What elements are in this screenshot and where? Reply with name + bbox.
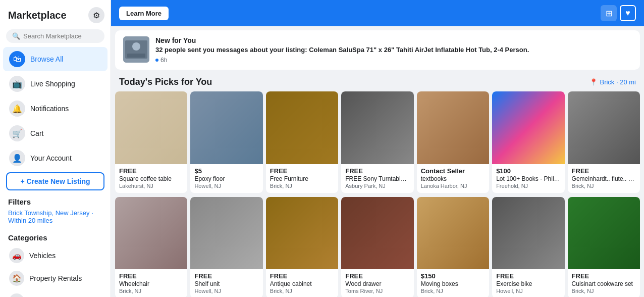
- nfy-title: New for You: [155, 36, 529, 44]
- product-card-r2-2[interactable]: FREE Antique cabinet Brick, NJ: [266, 197, 338, 297]
- product-price-r2-6: FREE: [572, 272, 636, 280]
- gear-icon: ⚙: [93, 11, 100, 20]
- svg-rect-3: [127, 54, 145, 58]
- filter-value[interactable]: Brick Township, New Jersey · Within 20 m…: [0, 208, 111, 228]
- product-price-4: Contact Seller: [421, 167, 485, 175]
- product-card-r2-6[interactable]: FREE Cuisinart cookware set Brick, NJ: [568, 197, 640, 297]
- product-card-6[interactable]: FREE Gemeinhardt.. flute.. make me an of…: [568, 91, 640, 192]
- product-name-5: Lot 100+ Books - Philosophy, LGBQ, Healt…: [496, 175, 560, 182]
- category-apparel[interactable]: 👕 Apparel: [3, 290, 108, 297]
- product-card-1[interactable]: $5 Epoxy floor Howell, NJ: [190, 91, 262, 192]
- banner-grid-icon[interactable]: ⊞: [601, 5, 617, 21]
- sidebar-item-browse-all[interactable]: 🛍 Browse All: [3, 47, 108, 71]
- category-vehicles[interactable]: 🚗 Vehicles: [3, 244, 108, 267]
- new-for-you-card: New for You 32 people sent you messages …: [115, 30, 640, 70]
- location-tag[interactable]: 📍 Brick · 20 mi: [589, 78, 636, 86]
- product-grid-row2: FREE Wheelchair Brick, NJ FREE Shelf uni…: [111, 197, 644, 297]
- product-name-r2-4: Moving boxes: [421, 280, 485, 287]
- product-info-r2-5: FREE Exercise bike Howell, NJ: [492, 269, 564, 297]
- browse-all-label: Browse All: [30, 55, 63, 63]
- product-location-r2-0: Brick, NJ: [119, 288, 183, 294]
- product-price-r2-3: FREE: [345, 272, 409, 280]
- live-shopping-label: Live Shopping: [30, 80, 75, 88]
- nfy-time-value: 6h: [160, 57, 167, 64]
- product-price-6: FREE: [572, 167, 636, 175]
- vehicles-icon: 🚗: [9, 248, 24, 263]
- product-image-3: [341, 91, 413, 164]
- product-price-1: $5: [194, 167, 258, 175]
- banner-heart-icon[interactable]: ♥: [620, 5, 636, 21]
- apparel-icon: 👕: [9, 293, 24, 297]
- product-info-r2-1: FREE Shelf unit Howell, NJ: [190, 269, 262, 297]
- product-image-r2-5: [492, 197, 564, 269]
- learn-more-button[interactable]: Learn More: [119, 7, 169, 20]
- location-value: Brick · 20 mi: [600, 78, 636, 86]
- product-location-3: Asbury Park, NJ: [345, 183, 409, 189]
- product-price-r2-2: FREE: [270, 272, 334, 280]
- product-location-5: Freehold, NJ: [496, 183, 560, 189]
- product-image-r2-6: [568, 197, 640, 269]
- product-info-r2-6: FREE Cuisinart cookware set Brick, NJ: [568, 269, 640, 297]
- product-name-3: FREE Sony Turntable works WITH NEEDLE: [345, 175, 409, 182]
- category-property-rentals[interactable]: 🏠 Property Rentals: [3, 267, 108, 289]
- product-name-4: textbooks: [421, 175, 485, 182]
- cart-label: Cart: [30, 129, 43, 137]
- account-label: Your Account: [30, 154, 72, 162]
- search-input[interactable]: [23, 32, 98, 40]
- property-rentals-icon: 🏠: [9, 271, 24, 286]
- location-pin-icon: 📍: [589, 78, 598, 86]
- product-card-5[interactable]: $100 Lot 100+ Books - Philosophy, LGBQ, …: [492, 91, 564, 192]
- product-grid-row1: FREE Square coffee table Lakehurst, NJ $…: [111, 91, 644, 196]
- product-name-0: Square coffee table: [119, 175, 183, 182]
- property-rentals-label: Property Rentals: [29, 274, 82, 282]
- nfy-message-prefix: 32 people sent you messages about your l…: [155, 46, 307, 54]
- product-card-0[interactable]: FREE Square coffee table Lakehurst, NJ: [115, 91, 187, 192]
- nfy-time: 6h: [155, 57, 529, 64]
- product-location-4: Lanoka Harbor, NJ: [421, 183, 485, 189]
- product-location-r2-6: Brick, NJ: [572, 288, 636, 294]
- product-card-r2-0[interactable]: FREE Wheelchair Brick, NJ: [115, 197, 187, 297]
- product-card-2[interactable]: FREE Free Furniture Brick, NJ: [266, 91, 338, 192]
- product-image-1: [190, 91, 262, 164]
- notifications-icon: 🔔: [9, 101, 25, 117]
- picks-title: Today's Picks for You: [119, 77, 212, 87]
- banner-icons: ⊞ ♥: [601, 5, 636, 21]
- product-image-0: [115, 91, 187, 164]
- product-card-3[interactable]: FREE FREE Sony Turntable works WITH NEED…: [341, 91, 413, 192]
- product-location-r2-4: Brick, NJ: [421, 288, 485, 294]
- search-box: 🔍: [6, 29, 104, 43]
- picks-header: Today's Picks for You 📍 Brick · 20 mi: [111, 70, 644, 91]
- product-card-r2-1[interactable]: FREE Shelf unit Howell, NJ: [190, 197, 262, 297]
- product-card-r2-5[interactable]: FREE Exercise bike Howell, NJ: [492, 197, 564, 297]
- product-name-r2-2: Antique cabinet: [270, 280, 334, 287]
- product-card-4[interactable]: Contact Seller textbooks Lanoka Harbor, …: [417, 91, 489, 192]
- sidebar-item-live-shopping[interactable]: 📺 Live Shopping: [3, 72, 108, 96]
- product-image-2: [266, 91, 338, 164]
- product-price-0: FREE: [119, 167, 183, 175]
- create-listing-button[interactable]: + Create New Listing: [6, 172, 104, 190]
- product-info-4: Contact Seller textbooks Lanoka Harbor, …: [417, 164, 489, 193]
- browse-all-icon: 🛍: [9, 51, 25, 67]
- banner: Learn More ⊞ ♥: [111, 0, 644, 26]
- product-price-3: FREE: [345, 167, 409, 175]
- product-image-5: [492, 91, 564, 164]
- sidebar-item-notifications[interactable]: 🔔 Notifications: [3, 96, 108, 121]
- product-name-r2-5: Exercise bike: [496, 280, 560, 287]
- product-location-0: Lakehurst, NJ: [119, 183, 183, 189]
- product-price-r2-4: $150: [421, 272, 485, 280]
- product-info-3: FREE FREE Sony Turntable works WITH NEED…: [341, 164, 413, 193]
- sidebar-item-your-account[interactable]: 👤 Your Account: [3, 146, 108, 170]
- product-info-r2-4: $150 Moving boxes Brick, NJ: [417, 269, 489, 297]
- product-card-r2-4[interactable]: $150 Moving boxes Brick, NJ: [417, 197, 489, 297]
- nfy-image: [123, 36, 149, 63]
- product-name-1: Epoxy floor: [194, 175, 258, 182]
- product-location-6: Brick, NJ: [572, 183, 636, 189]
- filters-label: Filters: [0, 192, 111, 208]
- sidebar: Marketplace ⚙ 🔍 🛍 Browse All 📺 Live Shop…: [0, 0, 111, 297]
- gear-button[interactable]: ⚙: [88, 7, 104, 23]
- product-info-2: FREE Free Furniture Brick, NJ: [266, 164, 338, 193]
- sidebar-item-cart[interactable]: 🛒 Cart: [3, 121, 108, 145]
- product-card-r2-3[interactable]: FREE Wood drawer Toms River, NJ: [341, 197, 413, 297]
- product-location-r2-5: Howell, NJ: [496, 288, 560, 294]
- product-info-r2-3: FREE Wood drawer Toms River, NJ: [341, 269, 413, 297]
